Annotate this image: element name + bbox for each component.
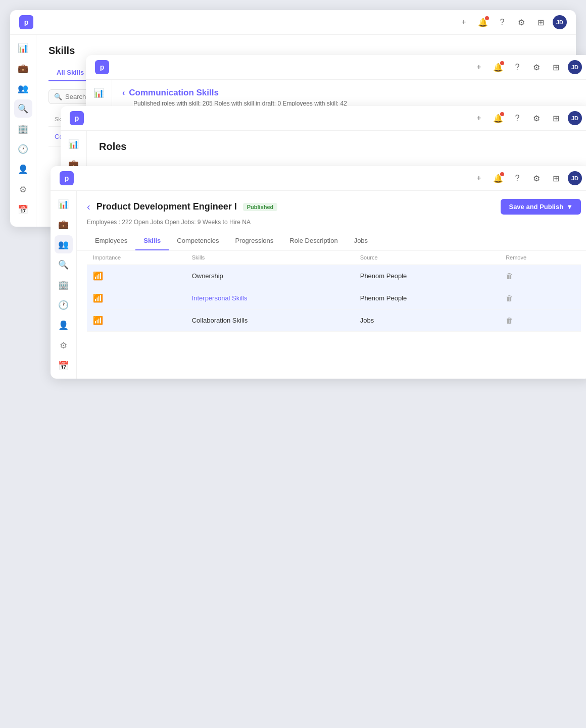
sidebar4-briefcase[interactable]: 💼 xyxy=(55,215,73,233)
topbar-win2: p + 🔔 ? ⚙ ⊞ JD xyxy=(86,55,586,80)
col-skills: Skills xyxy=(186,250,354,265)
sidebar-org[interactable]: 🏢 xyxy=(14,120,32,138)
sidebar4-org[interactable]: 🏢 xyxy=(55,276,73,294)
app-logo-win3: p xyxy=(70,111,84,125)
role-tab-competencies[interactable]: Competencies xyxy=(169,232,227,250)
sidebar-briefcase[interactable]: 💼 xyxy=(14,59,32,77)
skill-detail-title: ‹ Communication Skills xyxy=(122,88,581,98)
published-badge: Published xyxy=(243,203,278,211)
sidebar4-clock[interactable]: 🕐 xyxy=(55,296,73,314)
sidebar-win4: 📊 💼 👥 🔍 🏢 🕐 👤 ⚙ 📅 xyxy=(51,191,77,379)
role-tab-description[interactable]: Role Description xyxy=(281,232,346,250)
remove-button-3[interactable]: 🗑 xyxy=(506,316,513,325)
sidebar3-analytics[interactable]: 📊 xyxy=(65,135,83,153)
grid-button-win1[interactable]: ⊞ xyxy=(533,15,548,29)
sidebar-settings2[interactable]: ⚙ xyxy=(14,180,32,198)
settings-button-win3[interactable]: ⚙ xyxy=(529,111,544,125)
skills-section: Importance Skills Source Remove 📶 Owners… xyxy=(77,250,586,342)
sidebar-person[interactable]: 👤 xyxy=(14,160,32,178)
sidebar-calendar[interactable]: 📅 xyxy=(14,200,32,219)
bell-button-win4[interactable]: 🔔 xyxy=(491,171,505,185)
col-source: Source xyxy=(354,250,500,265)
plus-button-win3[interactable]: + xyxy=(472,111,486,125)
sidebar4-person[interactable]: 👤 xyxy=(55,316,73,334)
back-arrow-role[interactable]: ‹ xyxy=(87,201,90,213)
help-button-win1[interactable]: ? xyxy=(495,15,509,29)
topbar-win1: p + 🔔 ? ⚙ ⊞ JD xyxy=(10,10,576,35)
table-row: 📶 Interpersonal Skills Phenom People 🗑 xyxy=(87,287,581,309)
sidebar4-settings2[interactable]: ⚙ xyxy=(55,336,73,354)
col-remove: Remove xyxy=(500,250,581,265)
table-row: 📶 Ownership Phenom People 🗑 xyxy=(87,265,581,287)
topbar-actions-win4: + 🔔 ? ⚙ ⊞ JD xyxy=(472,171,582,185)
plus-button-win1[interactable]: + xyxy=(457,15,471,29)
source-cell-2[interactable]: Phenom People xyxy=(354,287,500,309)
source-cell-1: Phenom People xyxy=(354,265,500,287)
bell-button-win3[interactable]: 🔔 xyxy=(491,111,505,125)
grid-button-win4[interactable]: ⊞ xyxy=(549,171,563,185)
sidebar-clock[interactable]: 🕐 xyxy=(14,140,32,158)
remove-button-1[interactable]: 🗑 xyxy=(506,272,513,280)
app-logo-win4: p xyxy=(60,171,74,185)
avatar-win2: JD xyxy=(568,60,582,74)
save-publish-button[interactable]: Save and Publish ▼ xyxy=(501,199,581,215)
settings-button-win1[interactable]: ⚙ xyxy=(514,15,528,29)
sidebar-people[interactable]: 👥 xyxy=(14,79,32,97)
table-row: 📶 Collaboration Skills Jobs 🗑 xyxy=(87,309,581,332)
sidebar-analytics[interactable]: 📊 xyxy=(14,39,32,57)
bell-button-win1[interactable]: 🔔 xyxy=(476,15,490,29)
avatar-win1: JD xyxy=(553,15,567,29)
role-tab-employees[interactable]: Employees xyxy=(87,232,135,250)
page-title-roles: Roles xyxy=(99,141,579,152)
skill-cell-2[interactable]: Interpersonal Skills xyxy=(186,287,354,309)
sidebar-search[interactable]: 🔍 xyxy=(14,99,32,118)
avatar-win4: JD xyxy=(568,171,582,185)
role-tab-progressions[interactable]: Progressions xyxy=(227,232,281,250)
col-importance: Importance xyxy=(87,250,186,265)
remove-button-2[interactable]: 🗑 xyxy=(506,294,513,302)
notification-dot-win2 xyxy=(500,61,504,65)
sidebar4-search[interactable]: 🔍 xyxy=(55,255,73,274)
topbar-actions-win2: + 🔔 ? ⚙ ⊞ JD xyxy=(472,60,582,74)
notification-dot-win3 xyxy=(500,112,504,116)
app-logo-win1: p xyxy=(19,15,33,29)
topbar-win3: p + 🔔 ? ⚙ ⊞ JD xyxy=(61,106,586,131)
source-cell-3: Jobs xyxy=(354,309,500,332)
notification-dot-win4 xyxy=(500,172,504,176)
role-detail-header: ‹ Product Development Engineer I Publish… xyxy=(77,191,586,219)
importance-icon-2: 📶 xyxy=(93,294,103,302)
role-title: Product Development Engineer I xyxy=(96,201,237,212)
help-button-win2[interactable]: ? xyxy=(510,60,524,74)
settings-button-win2[interactable]: ⚙ xyxy=(529,60,544,74)
sidebar4-analytics[interactable]: 📊 xyxy=(55,195,73,213)
back-arrow-skill[interactable]: ‹ xyxy=(122,88,125,97)
grid-button-win2[interactable]: ⊞ xyxy=(549,60,563,74)
importance-icon-3: 📶 xyxy=(93,316,103,325)
role-tab-jobs[interactable]: Jobs xyxy=(346,232,376,250)
skill-name-heading: Communication Skills xyxy=(129,88,219,98)
topbar-actions-win1: + 🔔 ? ⚙ ⊞ JD xyxy=(457,15,567,29)
app-logo-win2: p xyxy=(95,60,109,74)
sidebar4-calendar[interactable]: 📅 xyxy=(55,356,73,375)
chevron-down-icon: ▼ xyxy=(566,203,573,211)
topbar-win4: p + 🔔 ? ⚙ ⊞ JD xyxy=(51,166,586,191)
app-layout-win4: 📊 💼 👥 🔍 🏢 🕐 👤 ⚙ 📅 ‹ Product Development … xyxy=(51,191,586,379)
sidebar2-analytics[interactable]: 📊 xyxy=(90,84,108,102)
plus-button-win4[interactable]: + xyxy=(472,171,486,185)
sidebar-win1: 📊 💼 👥 🔍 🏢 🕐 👤 ⚙ 📅 xyxy=(10,35,36,227)
help-button-win4[interactable]: ? xyxy=(510,171,524,185)
plus-button-win2[interactable]: + xyxy=(472,60,486,74)
importance-icon-1: 📶 xyxy=(93,272,103,280)
sidebar4-people[interactable]: 👥 xyxy=(55,235,73,253)
grid-button-win3[interactable]: ⊞ xyxy=(549,111,563,125)
settings-button-win4[interactable]: ⚙ xyxy=(529,171,544,185)
window-role-detail: p + 🔔 ? ⚙ ⊞ JD 📊 💼 👥 🔍 🏢 xyxy=(51,166,586,379)
role-detail-body: ‹ Product Development Engineer I Publish… xyxy=(77,191,586,379)
skill-detail-header: ‹ Communication Skills Published roles w… xyxy=(112,80,586,107)
help-button-win3[interactable]: ? xyxy=(510,111,524,125)
role-detail-tabs: Employees Skills Competencies Progressio… xyxy=(77,232,586,250)
avatar-win3: JD xyxy=(568,111,582,125)
role-tab-skills[interactable]: Skills xyxy=(135,232,169,250)
bell-button-win2[interactable]: 🔔 xyxy=(491,60,505,74)
role-skills-table: Importance Skills Source Remove 📶 Owners… xyxy=(87,250,581,332)
